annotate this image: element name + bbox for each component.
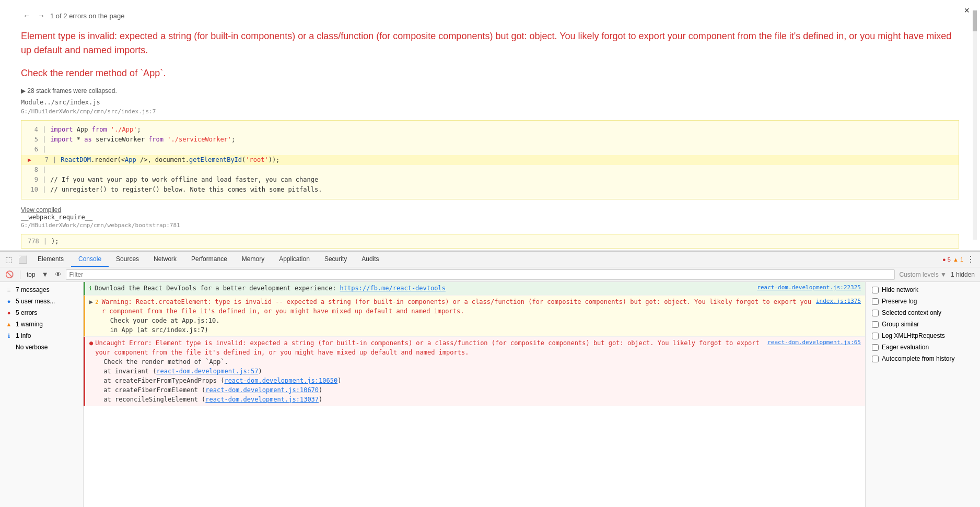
eager-eval-text: Eager evaluation [882,344,929,351]
device-toggle-button[interactable]: ⬜ [15,253,30,266]
hide-network-label[interactable]: Hide network [872,286,974,293]
eager-eval-checkbox[interactable] [872,344,879,351]
console-sidebar: ≡ 7 messages ● 5 user mess... ● 5 errors… [0,282,84,507]
autocomplete-checkbox[interactable] [872,356,879,362]
code-line-8: 8 | [28,165,952,175]
stack-collapsed: ▶ 28 stack frames were collapsed. [21,87,959,95]
error-text: Uncaught Error: Element type is invalid:… [95,338,763,404]
context-dropdown-arrow[interactable]: ▼ [40,269,51,279]
code-block: 4 | import App from './App'; 5 | import … [21,120,959,199]
sidebar-item-errors[interactable]: ● 5 errors [0,307,83,319]
log-xml-checkbox[interactable] [872,333,879,339]
code-line-9: 9 | // If you want your app to work offl… [28,175,952,185]
context-selector[interactable]: top [25,270,38,279]
error-title: Element type is invalid: expected a stri… [21,29,959,57]
console-entry-error: ● Uncaught Error: Element type is invali… [84,337,865,406]
preserve-log-label[interactable]: Preserve log [872,298,974,305]
sidebar-verbose-label: No verbose [16,344,78,351]
next-error-button[interactable]: → [36,10,47,21]
prev-error-button[interactable]: ← [21,10,32,21]
console-output: ℹ Download the React DevTools for a bett… [84,282,865,507]
warning-count-badge: ▲ 1 [953,256,963,263]
sidebar-item-user-messages[interactable]: ● 5 user mess... [0,296,83,307]
webpack-path: G:/HBuilderXWork/cmp/cmn/webpack/bootstr… [21,222,959,229]
error-link-invariant[interactable]: react-dom.development.js:57 [156,368,258,375]
devtools-link-text: Download the React DevTools for a better… [95,284,753,293]
close-button[interactable]: × [964,5,970,16]
tab-network[interactable]: Network [146,252,184,267]
eager-eval-label[interactable]: Eager evaluation [872,344,974,351]
code-line-4: 4 | import App from './App'; [28,125,952,135]
more-options-button[interactable]: ⋮ [963,252,978,266]
group-similar-label[interactable]: Group similar [872,321,974,328]
console-entry-devtools-link: ℹ Download the React DevTools for a bett… [84,282,865,296]
group-similar-text: Group similar [882,321,919,328]
view-compiled-link[interactable]: View compiled [21,206,61,214]
tab-performance[interactable]: Performance [184,252,235,267]
sidebar-all-messages-label: 7 messages [16,286,78,293]
console-filter-input[interactable] [66,269,895,280]
devtools-tab-bar: ⬚ ⬜ Elements Console Sources Network Per… [0,252,980,267]
error-link-fiber-element[interactable]: react-dom.development.js:10670 [205,386,319,394]
tab-console[interactable]: Console [71,252,109,267]
eye-icon-button[interactable]: 👁 [53,269,64,279]
selected-context-label[interactable]: Selected context only [872,309,974,316]
code-line-6: 6 | [28,145,952,155]
scrollbar-thumb[interactable] [973,10,977,31]
error-navigation: ← → 1 of 2 errors on the page [21,10,959,21]
warning-count-icon: 2 [95,298,99,307]
sidebar-errors-label: 5 errors [16,309,78,316]
custom-levels-dropdown[interactable]: Custom levels ▼ [897,270,949,279]
webpack-fn: __webpack_require__ [21,214,959,221]
user-messages-icon: ● [5,298,13,305]
module-path: Module../src/index.js [21,99,959,106]
devtools-url-link[interactable]: https://fb.me/react-devtools [340,285,446,292]
tab-elements[interactable]: Elements [30,252,71,267]
clear-console-button[interactable]: 🚫 [3,269,16,279]
tab-audits[interactable]: Audits [354,252,386,267]
all-messages-icon: ≡ [5,286,13,293]
autocomplete-label[interactable]: Autocomplete from history [872,355,974,362]
error-expand-arrow[interactable]: ● [89,338,93,348]
hidden-count: 1 hidden [951,271,977,278]
error-subtitle: Check the render method of `App`. [21,68,959,79]
inspect-element-button[interactable]: ⬚ [2,253,15,266]
sidebar-info-label: 1 info [16,332,78,339]
tab-security[interactable]: Security [317,252,354,267]
warning-text: Warning: React.createElement: type is in… [102,297,812,335]
tab-application[interactable]: Application [272,252,317,267]
info-icon: ℹ [5,332,13,339]
scrollbar-track[interactable] [973,10,977,240]
warning-source[interactable]: index.js:1375 [816,297,861,306]
error-source[interactable]: react-dom.development.js:65 [767,338,861,347]
error-count: 1 of 2 errors on the page [50,12,124,20]
warning-expand-arrow[interactable]: ▶ [89,297,93,306]
log-xml-text: Log XMLHttpRequests [882,332,945,339]
code-line-10: 10 | // unregister() to register() below… [28,185,952,195]
webpack-code-line: 778 | ); [28,238,952,245]
code-line-7: ▶ 7 | ReactDOM.render(<App />, document.… [21,155,959,165]
console-settings-panel: Hide network Preserve log Selected conte… [865,282,980,507]
error-link-fiber-type[interactable]: react-dom.development.js:10650 [224,377,337,384]
preserve-log-checkbox[interactable] [872,298,879,305]
sidebar-item-info[interactable]: ℹ 1 info [0,330,83,341]
group-similar-checkbox[interactable] [872,321,879,328]
selected-context-checkbox[interactable] [872,310,879,316]
log-xml-label[interactable]: Log XMLHttpRequests [872,332,974,339]
sidebar-item-warnings[interactable]: ▲ 1 warning [0,319,83,330]
devtools-link-source[interactable]: react-dom.development.js:22325 [757,284,861,292]
sidebar-item-all-messages[interactable]: ≡ 7 messages [0,284,83,296]
hide-network-checkbox[interactable] [872,287,879,293]
info-entry-icon: ℹ [89,285,91,293]
tab-memory[interactable]: Memory [235,252,272,267]
sidebar-warnings-label: 1 warning [16,321,78,328]
tab-sources[interactable]: Sources [109,252,146,267]
errors-icon: ● [5,309,13,316]
toolbar-separator [20,270,20,279]
preserve-log-text: Preserve log [882,298,917,305]
module-file: G:/HBuilderXWork/cmp/cmn/src/index.js:7 [21,108,959,115]
error-link-reconcile[interactable]: react-dom.development.js:13037 [205,396,319,403]
selected-context-text: Selected context only [882,309,941,316]
sidebar-item-verbose[interactable]: No verbose [0,341,83,353]
devtools-panel: ⬚ ⬜ Elements Console Sources Network Per… [0,251,980,507]
